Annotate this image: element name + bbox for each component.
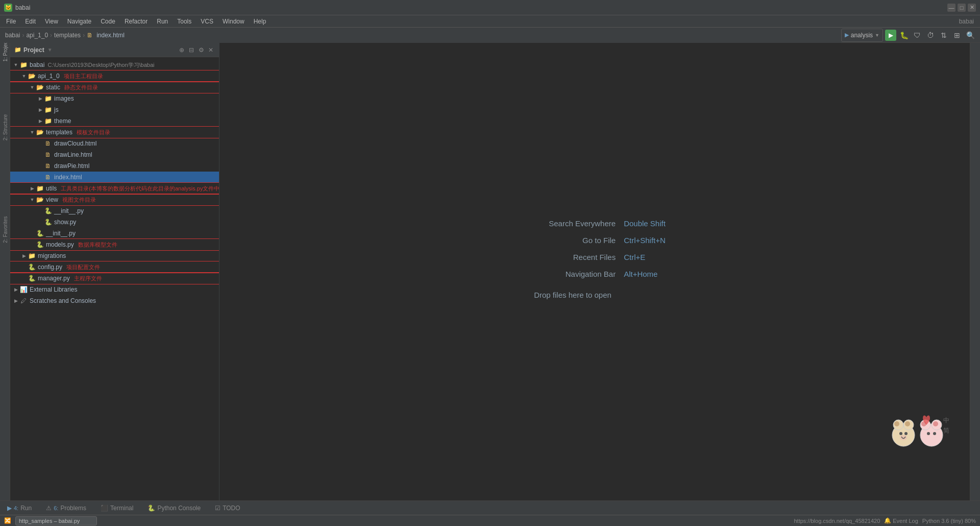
tree-js-folder[interactable]: ▶ 📁 js — [10, 104, 219, 115]
toggle-root[interactable]: ▼ — [12, 61, 19, 68]
menu-run[interactable]: Run — [153, 17, 172, 26]
run-button[interactable]: ▶ — [885, 30, 896, 41]
shortcut-recent-key: Ctrl+E — [624, 253, 645, 261]
svg-point-7 — [900, 435, 907, 440]
tree-theme-folder[interactable]: ▶ 📁 theme — [10, 115, 219, 127]
scratches-label: Scratches and Consoles — [30, 297, 96, 304]
python-version-status[interactable]: Python 3.6 (tiny) 80% — [922, 518, 976, 524]
reload-button[interactable]: ⇅ — [938, 30, 949, 41]
toggle-static[interactable]: ▼ — [29, 84, 36, 91]
tree-static-folder[interactable]: ▼ 📂 static 静态文件目录 — [10, 82, 219, 93]
menu-file[interactable]: File — [2, 17, 20, 26]
tree-images-folder[interactable]: ▶ 📁 images — [10, 93, 219, 104]
menu-app-name: babai — [955, 17, 978, 26]
breadcrumb-file[interactable]: 🗎index.html — [87, 32, 125, 39]
tree-drawpie[interactable]: ▶ 🗎 drawPie.html — [10, 160, 219, 172]
breadcrumb-api[interactable]: api_1_0 — [26, 32, 48, 39]
tree-managerpy[interactable]: ▶ 🐍 manager.py 主程序文件 — [10, 273, 219, 284]
tree-api-folder[interactable]: ▼ 📂 api_1_0 项目主工程目录 — [10, 70, 219, 82]
panel-close-button[interactable]: ✕ — [207, 46, 215, 54]
tree-scratches[interactable]: ▶ 🖊 Scratches and Consoles — [10, 295, 219, 306]
bottom-tab-run[interactable]: ▶ 4: Run — [4, 504, 35, 513]
tree-configpy[interactable]: ▶ 🐍 config.py 项目配置文件 — [10, 261, 219, 273]
cute-character: 中 简 — [888, 407, 949, 460]
toggle-templates[interactable]: ▼ — [29, 129, 36, 136]
debug-button[interactable]: 🐛 — [898, 30, 910, 41]
managerpy-icon: 🐍 — [28, 274, 36, 282]
search-everywhere-button[interactable]: 🔍 — [965, 30, 976, 41]
toggle-images[interactable]: ▶ — [37, 95, 44, 102]
run-config-label: analysis — [851, 32, 873, 39]
url-status[interactable]: https://blog.csdn.net/qq_45821420 — [794, 518, 880, 524]
bottom-tab-problems[interactable]: ⚠ 6: Problems — [43, 504, 89, 513]
shortcut-goto: Go to File Ctrl+Shift+N — [534, 236, 666, 245]
tree-root-label: babai — [30, 61, 44, 68]
profile-button[interactable]: ⏱ — [925, 30, 936, 41]
toggle-utils[interactable]: ▶ — [29, 185, 36, 192]
menu-window[interactable]: Window — [218, 17, 249, 26]
structure-tab[interactable]: 2: Structure — [2, 114, 8, 141]
toggle-api[interactable]: ▼ — [20, 73, 28, 80]
tree-drawline[interactable]: ▶ 🗎 drawLine.html — [10, 149, 219, 160]
menu-code[interactable]: Code — [96, 17, 119, 26]
project-tab[interactable]: 1: Project — [2, 43, 8, 62]
expand-button[interactable]: ⊞ — [951, 30, 963, 41]
bottom-tab-python-console[interactable]: 🐍 Python Console — [144, 504, 204, 513]
tree-indexhtml[interactable]: ▶ 🗎 index.html — [10, 172, 219, 183]
toggle-js[interactable]: ▶ — [37, 106, 44, 113]
menu-help[interactable]: Help — [250, 17, 271, 26]
api-init-icon: 🐍 — [36, 229, 44, 237]
tree-view-folder[interactable]: ▼ 📂 view 视图文件目录 — [10, 194, 219, 205]
shortcut-navbar-name: Navigation Bar — [534, 270, 616, 278]
close-button[interactable]: ✕ — [968, 4, 976, 12]
tree-showpy[interactable]: ▶ 🐍 show.py — [10, 217, 219, 228]
sync-files-button[interactable]: ⊕ — [178, 46, 186, 54]
bottom-tab-todo[interactable]: ☑ TODO — [212, 504, 243, 513]
menu-refactor[interactable]: Refactor — [120, 17, 152, 26]
drawline-label: drawLine.html — [54, 151, 92, 158]
toggle-external[interactable]: ▶ — [12, 286, 19, 293]
tree-root[interactable]: ▼ 📁 babai C:\Users\20193\Desktop\Python学… — [10, 59, 219, 70]
tree-utils-folder[interactable]: ▶ 📁 utils 工具类目录(本博客的数据分析代码在此目录的analysis.… — [10, 183, 219, 194]
menu-view[interactable]: View — [41, 17, 62, 26]
menu-edit[interactable]: Edit — [21, 17, 40, 26]
toggle-migrations[interactable]: ▶ — [20, 252, 28, 259]
panel-settings-button[interactable]: ⚙ — [197, 46, 205, 54]
shortcut-goto-name: Go to File — [534, 236, 616, 245]
coverage-button[interactable]: 🛡 — [912, 30, 923, 41]
favorites-tab[interactable]: 2: Favorites — [2, 216, 8, 243]
tree-external-libs[interactable]: ▶ 📊 External Libraries — [10, 284, 219, 295]
view-folder-icon: 📂 — [36, 196, 44, 204]
problems-tab-icon: ⚠ — [46, 505, 52, 512]
breadcrumb-templates[interactable]: templates — [54, 32, 81, 39]
collapse-all-button[interactable]: ⊟ — [187, 46, 195, 54]
tree-api-init[interactable]: ▶ 🐍 __init__.py — [10, 228, 219, 239]
templates-annotation: 模板文件目录 — [77, 129, 110, 136]
templates-label: templates — [46, 129, 72, 136]
menu-navigate[interactable]: Navigate — [63, 17, 95, 26]
bottom-tab-terminal[interactable]: ⬛ Terminal — [97, 504, 136, 513]
git-branch-input[interactable] — [15, 516, 97, 525]
menu-tools[interactable]: Tools — [173, 17, 195, 26]
run-tab-label: Run — [20, 505, 32, 512]
event-log-status[interactable]: 🔔 Event Log — [884, 517, 918, 524]
git-status[interactable]: 🔀 — [4, 517, 11, 524]
toggle-scratches[interactable]: ▶ — [12, 297, 19, 304]
tree-migrations-folder[interactable]: ▶ 📁 migrations — [10, 250, 219, 261]
toggle-view[interactable]: ▼ — [29, 196, 36, 203]
minimize-button[interactable]: — — [947, 4, 955, 12]
shortcut-search-name: Search Everywhere — [534, 219, 616, 228]
toggle-theme[interactable]: ▶ — [37, 117, 44, 125]
run-config-dropdown[interactable]: ▶ analysis ▼ — [841, 29, 883, 42]
menu-vcs[interactable]: VCS — [197, 17, 217, 26]
tree-modelspy[interactable]: ▶ 🐍 models.py 数据库模型文件 — [10, 239, 219, 250]
run-tab-icon: ▶ — [7, 505, 12, 512]
maximize-button[interactable]: □ — [958, 4, 966, 12]
external-libs-label: External Libraries — [30, 286, 77, 293]
status-left: 🔀 — [4, 516, 97, 525]
configpy-label: config.py — [38, 264, 62, 271]
tree-drawcloud[interactable]: ▶ 🗎 drawCloud.html — [10, 138, 219, 149]
tree-templates-folder[interactable]: ▼ 📂 templates 模板文件目录 — [10, 127, 219, 138]
tree-view-init[interactable]: ▶ 🐍 __init__.py — [10, 205, 219, 217]
breadcrumb-babai[interactable]: babai — [5, 32, 20, 39]
